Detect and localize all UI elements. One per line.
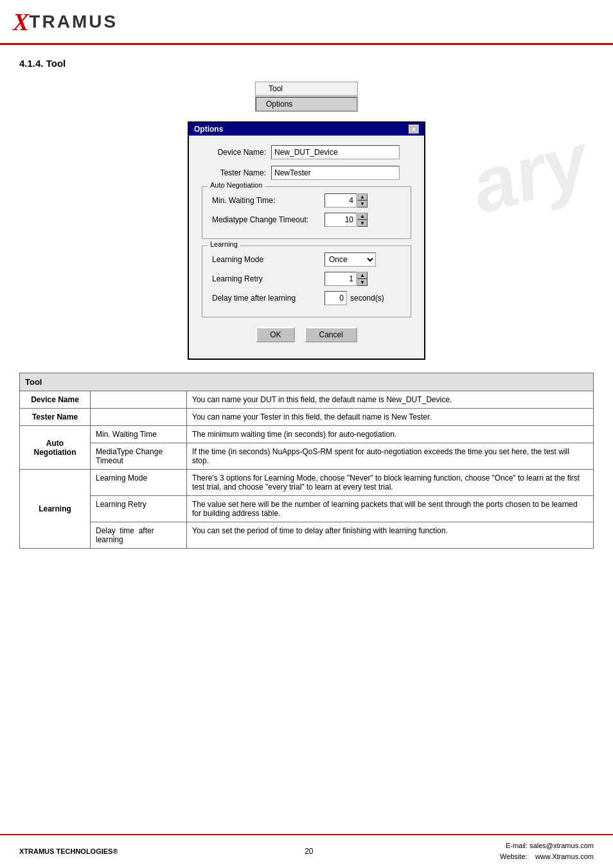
dialog-close-button[interactable]: × [409, 125, 419, 134]
menu-tool[interactable]: Tool [256, 82, 296, 95]
learning-title: Learning [208, 240, 240, 248]
col2-min-waiting: Min. Waiting Time [91, 426, 187, 443]
table-row: Learning Learning Mode There's 3 options… [20, 470, 594, 496]
mediatype-up[interactable]: ▲ [357, 213, 368, 220]
min-waiting-label: Min. Waiting Time: [212, 196, 324, 205]
min-waiting-field: Min. Waiting Time: ▲ ▼ [212, 193, 401, 208]
menu-options[interactable]: Options [256, 97, 357, 111]
auto-negotiation-title: Auto Negotiation [208, 181, 265, 189]
menu-area: Tool Options [19, 82, 594, 112]
footer-email-label: E-mail: [506, 842, 528, 849]
table-row: Learning Retry The value set here will b… [20, 496, 594, 522]
mediatype-label: Mediatype Change Timeout: [212, 215, 324, 224]
info-table: Tool Device Name You can name your DUT i… [19, 373, 594, 549]
page-footer: XTRAMUS TECHNOLOGIES® 20 E-mail: sales@x… [0, 834, 613, 868]
logo-tramus: TRAMUS [29, 12, 118, 32]
device-name-input[interactable] [271, 145, 400, 159]
learning-retry-input[interactable] [324, 272, 357, 286]
delay-label: Delay time after learning [212, 294, 324, 303]
col3-mediatype: If the time (in seconds) NuApps-QoS-RM s… [187, 443, 594, 470]
min-waiting-down[interactable]: ▼ [357, 200, 368, 208]
col1-learning: Learning [20, 470, 91, 549]
table-row: AutoNegotiation Min. Waiting Time The mi… [20, 426, 594, 443]
cancel-button[interactable]: Cancel [305, 327, 357, 342]
col2-learning-retry: Learning Retry [91, 496, 187, 522]
section-title: 4.1.4. Tool [19, 58, 594, 69]
col2-device-name [91, 391, 187, 409]
page-header: X TRAMUS [0, 0, 613, 45]
col1-tester-name: Tester Name [20, 409, 91, 426]
footer-company: XTRAMUS TECHNOLOGIES® [19, 847, 118, 855]
learning-mode-select[interactable]: Once Never Every Trial [324, 252, 376, 267]
col3-learning-retry: The value set here will be the number of… [187, 496, 594, 522]
learning-retry-label: Learning Retry [212, 274, 324, 283]
learning-retry-spinner: ▲ ▼ [357, 272, 368, 286]
learning-group: Learning Learning Mode Once Never Every … [202, 245, 411, 317]
dialog-wrapper: Options × Device Name: Tester Name: Auto… [19, 121, 594, 360]
col2-learning-mode: Learning Mode [91, 470, 187, 496]
mediatype-spinner: ▲ ▼ [357, 213, 368, 227]
table-header: Tool [20, 373, 594, 391]
options-dialog: Options × Device Name: Tester Name: Auto… [188, 121, 425, 360]
col3-learning-mode: There's 3 options for Learning Mode, cho… [187, 470, 594, 496]
learning-retry-field: Learning Retry ▲ ▼ [212, 272, 401, 286]
dialog-body: Device Name: Tester Name: Auto Negotiati… [189, 136, 424, 359]
logo-x: X [13, 8, 29, 36]
tester-name-label: Tester Name: [202, 168, 266, 177]
learning-retry-down[interactable]: ▼ [357, 279, 368, 286]
col3-min-waiting: The minimum waiting time (in seconds) fo… [187, 426, 594, 443]
table-row: Tester Name You can name your Tester in … [20, 409, 594, 426]
learning-mode-field: Learning Mode Once Never Every Trial [212, 252, 401, 267]
page-content: 4.1.4. Tool Tool Options ary Options × D… [0, 45, 613, 562]
tester-name-field: Tester Name: [202, 166, 411, 180]
ok-button[interactable]: OK [256, 327, 295, 342]
footer-contact: E-mail: sales@xtramus.com Website: www.X… [500, 840, 594, 863]
col1-auto-neg: AutoNegotiation [20, 426, 91, 470]
delay-input[interactable] [324, 291, 347, 305]
col2-tester-name [91, 409, 187, 426]
footer-website-label: Website: [500, 853, 528, 860]
mediatype-field: Mediatype Change Timeout: ▲ ▼ [212, 213, 401, 227]
min-waiting-up[interactable]: ▲ [357, 193, 368, 200]
dialog-titlebar: Options × [189, 123, 424, 136]
table-row: Delay time afterlearning You can set the… [20, 522, 594, 549]
delay-unit: second(s) [350, 294, 384, 303]
learning-mode-label: Learning Mode [212, 255, 324, 264]
tester-name-input[interactable] [271, 166, 400, 180]
footer-page: 20 [305, 847, 313, 856]
min-waiting-input[interactable] [324, 193, 357, 208]
device-name-field: Device Name: [202, 145, 411, 159]
dialog-title: Options [194, 125, 223, 134]
table-row: MediaType Change Timeout If the time (in… [20, 443, 594, 470]
footer-website: www.Xtramus.com [535, 853, 594, 860]
learning-retry-up[interactable]: ▲ [357, 272, 368, 279]
auto-negotiation-group: Auto Negotiation Min. Waiting Time: ▲ ▼ … [202, 186, 411, 239]
col3-tester-name: You can name your Tester in this field, … [187, 409, 594, 426]
col3-device-name: You can name your DUT in this field, the… [187, 391, 594, 409]
mediatype-input[interactable] [324, 213, 357, 227]
col2-delay: Delay time afterlearning [91, 522, 187, 549]
menu-dropdown: Options [255, 96, 358, 112]
col3-delay: You can set the period of time to delay … [187, 522, 594, 549]
col2-mediatype: MediaType Change Timeout [91, 443, 187, 470]
col1-device-name: Device Name [20, 391, 91, 409]
min-waiting-spinner: ▲ ▼ [357, 193, 368, 208]
mediatype-down[interactable]: ▼ [357, 220, 368, 227]
table-row: Device Name You can name your DUT in thi… [20, 391, 594, 409]
dialog-buttons: OK Cancel [202, 327, 411, 349]
footer-email: sales@xtramus.com [529, 842, 594, 849]
delay-field: Delay time after learning second(s) [212, 291, 401, 305]
device-name-label: Device Name: [202, 148, 266, 157]
menu-bar: Tool [255, 82, 358, 96]
